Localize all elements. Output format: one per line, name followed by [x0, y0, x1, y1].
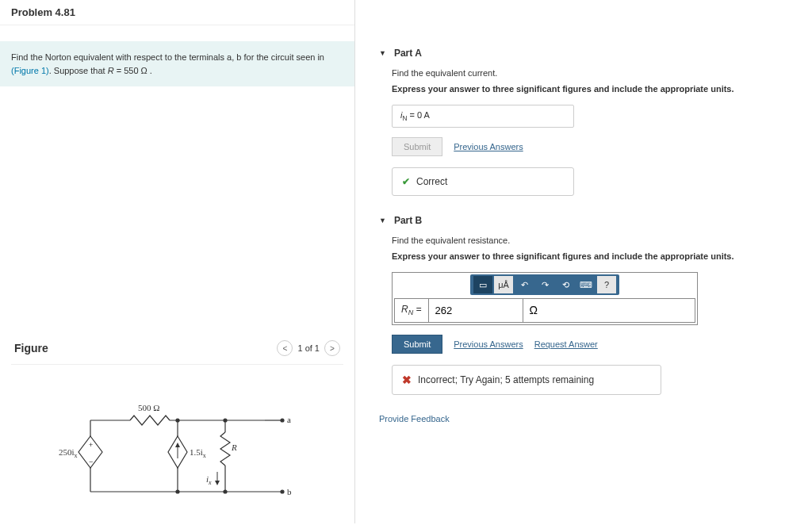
- svg-text:a: a: [287, 415, 291, 424]
- prompt-var: R: [108, 66, 114, 75]
- part-b-value-input[interactable]: [428, 299, 523, 321]
- figure-title: Figure: [14, 342, 48, 354]
- part-b-header[interactable]: ▼ Part B: [379, 215, 796, 226]
- part-a-feedback: ✔ Correct: [392, 167, 574, 196]
- provide-feedback-link[interactable]: Provide Feedback: [379, 414, 796, 423]
- part-b-var-label: RN =: [395, 299, 428, 321]
- svg-point-19: [281, 490, 284, 493]
- part-b-previous-answers[interactable]: Previous Answers: [454, 339, 523, 349]
- part-b-request-answer[interactable]: Request Answer: [534, 339, 598, 349]
- prompt-text: Find the Norton equivalent with respect …: [11, 52, 324, 62]
- prompt-text: . Suppose that: [49, 66, 108, 75]
- pager-prev[interactable]: <: [277, 340, 293, 356]
- part-b-submit[interactable]: Submit: [392, 335, 442, 354]
- svg-text:1.5ix: 1.5ix: [190, 447, 206, 459]
- part-a-instr: Find the equivalent current.: [392, 68, 796, 78]
- part-b-feedback: ✖ Incorrect; Try Again; 5 attempts remai…: [392, 365, 661, 395]
- part-a-header[interactable]: ▼ Part A: [379, 48, 796, 59]
- part-b-instr2: Express your answer to three significant…: [392, 251, 796, 261]
- correct-text: Correct: [416, 176, 447, 187]
- svg-text:R: R: [231, 443, 237, 452]
- label-r1: 500 Ω: [138, 403, 159, 412]
- tool-template-icon[interactable]: ▭: [473, 276, 492, 293]
- figure-pager: < 1 of 1 >: [277, 340, 340, 356]
- svg-text:b: b: [287, 487, 292, 496]
- part-b-input-wrap: ▭ μÅ ↶ ↷ ⟲ ⌨ ? RN =: [392, 272, 698, 324]
- part-b-title: Part B: [394, 215, 422, 226]
- circuit-diagram: + −: [11, 365, 343, 515]
- prompt-box: Find the Norton equivalent with respect …: [0, 41, 354, 86]
- help-icon[interactable]: ?: [597, 276, 616, 293]
- chevron-down-icon: ▼: [379, 49, 386, 57]
- svg-point-3: [281, 419, 284, 422]
- part-b-instr: Find the equivalent resistance.: [392, 236, 796, 245]
- pager-next[interactable]: >: [324, 340, 340, 356]
- part-a-title: Part A: [394, 48, 422, 59]
- tool-units[interactable]: μÅ: [494, 276, 513, 293]
- part-a-previous-answers[interactable]: Previous Answers: [454, 142, 523, 151]
- svg-text:250ix: 250ix: [59, 447, 78, 459]
- x-icon: ✖: [402, 374, 412, 386]
- pager-text: 1 of 1: [297, 343, 320, 353]
- svg-text:ix: ix: [206, 474, 212, 486]
- undo-icon[interactable]: ↶: [515, 276, 534, 293]
- part-a-instr2: Express your answer to three significant…: [392, 84, 796, 94]
- prompt-text: = 550 Ω .: [114, 66, 152, 75]
- part-b: ▼ Part B Find the equivalent resistance.…: [379, 215, 796, 394]
- svg-text:+: +: [89, 441, 93, 449]
- redo-icon[interactable]: ↷: [535, 276, 554, 293]
- reset-icon[interactable]: ⟲: [556, 276, 575, 293]
- answer-toolbar: ▭ μÅ ↶ ↷ ⟲ ⌨ ?: [470, 274, 619, 295]
- part-a-answer: iN = 0 A: [392, 105, 574, 128]
- check-icon: ✔: [402, 176, 410, 187]
- problem-title: Problem 4.81: [0, 0, 354, 25]
- part-b-unit-input[interactable]: [523, 299, 642, 321]
- chevron-down-icon: ▼: [379, 217, 386, 224]
- keyboard-icon[interactable]: ⌨: [576, 276, 596, 293]
- part-a: ▼ Part A Find the equivalent current. Ex…: [379, 48, 796, 196]
- svg-text:−: −: [89, 458, 93, 466]
- part-a-submit: Submit: [392, 137, 442, 156]
- incorrect-text: Incorrect; Try Again; 5 attempts remaini…: [418, 374, 594, 385]
- figure-link[interactable]: (Figure 1): [11, 66, 49, 75]
